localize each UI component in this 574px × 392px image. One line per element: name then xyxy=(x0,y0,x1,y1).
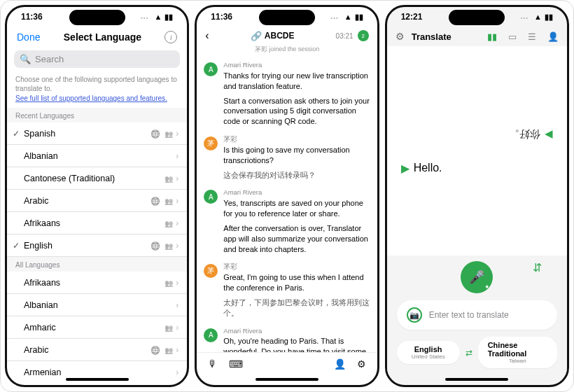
language-name: English xyxy=(24,241,52,251)
search-icon: 🔍 xyxy=(20,54,31,64)
local-text: Hello. xyxy=(414,162,442,174)
sender-name: 茅彩 xyxy=(223,135,370,144)
message-translation: 这会保存我的对话转录吗？ xyxy=(223,170,370,181)
language-feature-icons xyxy=(150,345,173,355)
add-participant-button[interactable]: 👤 xyxy=(334,358,346,370)
sender-name: Amari Rivera xyxy=(223,327,370,336)
chevron-right-icon: › xyxy=(176,344,178,355)
language-row[interactable]: Albanian› xyxy=(7,294,187,316)
wifi-icon: ▲ xyxy=(344,13,352,21)
status-time: 12:21 xyxy=(401,12,423,22)
local-translation-row: ▶ Hello. xyxy=(401,162,553,175)
conversation-code: ABCDE xyxy=(265,31,295,41)
settings-button[interactable]: ⚙︎ xyxy=(357,358,366,370)
chat-message: 茅茅彩Is this going to save my conversation… xyxy=(204,135,370,184)
language-feature-icons xyxy=(164,323,173,332)
help-text: Choose one of the following supported la… xyxy=(7,71,187,94)
chevron-right-icon: › xyxy=(176,240,178,251)
target-language-sub: Taiwan xyxy=(509,358,526,364)
status-time: 11:36 xyxy=(21,12,43,22)
link-icon: 🔗 xyxy=(251,31,262,41)
chevron-right-icon: › xyxy=(176,367,178,375)
language-name: Armenian xyxy=(24,368,62,376)
language-row[interactable]: Arabic› xyxy=(7,190,187,212)
nav-header: Done Select Language i xyxy=(7,27,187,48)
language-row[interactable]: Afrikaans› xyxy=(7,212,187,234)
chat-transcript[interactable]: AAmari RiveraThanks for trying our new l… xyxy=(197,57,377,352)
language-row[interactable]: Albanian› xyxy=(7,145,187,167)
conversation-icon xyxy=(164,345,173,355)
swap-panels-button[interactable]: ⇵ xyxy=(533,261,542,274)
home-indicator xyxy=(66,378,129,381)
language-feature-icons xyxy=(164,174,173,183)
view-single-button[interactable]: ▭ xyxy=(508,31,517,42)
battery-icon: ▮▮ xyxy=(355,13,363,22)
mute-button[interactable]: 🎙︎ xyxy=(208,358,218,370)
chevron-right-icon: › xyxy=(176,128,178,139)
chevron-right-icon: › xyxy=(176,218,178,228)
conversation-icon xyxy=(164,129,173,139)
message-text: Thanks for trying our new live transcrip… xyxy=(223,71,370,92)
wifi-icon: ▲ xyxy=(534,13,542,21)
chevron-right-icon: › xyxy=(176,277,178,288)
language-name: Arabic xyxy=(24,345,48,355)
home-indicator xyxy=(255,378,318,381)
info-button[interactable]: i xyxy=(164,31,177,43)
notch xyxy=(259,10,315,25)
camera-button[interactable]: 📷 xyxy=(407,307,422,323)
view-list-button[interactable]: ☰ xyxy=(528,31,536,42)
language-row[interactable]: Spanish› xyxy=(7,122,187,145)
language-pair-row: English United States ⇄ Chinese Traditio… xyxy=(397,337,557,368)
join-notice: 茅彩 joined the session xyxy=(197,45,377,57)
done-button[interactable]: Done xyxy=(17,31,40,43)
language-row[interactable]: English› xyxy=(7,234,187,257)
language-row[interactable]: Armenian› xyxy=(7,361,187,375)
sender-name: 茅彩 xyxy=(223,262,370,272)
mic-button[interactable]: 🎤✦ xyxy=(461,261,493,293)
cellular-icon xyxy=(141,13,151,21)
phone-translate: 12:21 ▲ ▮▮ ⚙︎ Translate ▮▮ ▭ ☰ 👤 你好。 ◀ ▶… xyxy=(385,5,569,387)
page-title: Select Language xyxy=(64,31,141,43)
avatar: A xyxy=(204,190,218,204)
battery-icon: ▮▮ xyxy=(545,13,553,22)
language-feature-icons xyxy=(150,129,173,139)
conversation-icon xyxy=(164,278,173,288)
settings-button[interactable]: ⚙︎ xyxy=(396,31,405,42)
chevron-right-icon: › xyxy=(176,322,178,332)
search-input[interactable]: 🔍 Search xyxy=(14,50,180,68)
sender-name: Amari Rivera xyxy=(223,61,370,70)
language-row[interactable]: Afrikaans› xyxy=(7,272,187,294)
view-split-button[interactable]: ▮▮ xyxy=(487,31,497,42)
translate-header: ⚙︎ Translate ▮▮ ▭ ☰ 👤 xyxy=(387,27,567,46)
play-remote-button[interactable]: ◀ xyxy=(545,127,553,140)
conversation-header: ‹ 🔗 ABCDE 03:21 2 xyxy=(197,27,377,45)
chevron-right-icon: › xyxy=(176,150,178,161)
remote-text: 你好。 xyxy=(509,127,540,141)
text-input[interactable]: 📷 Enter text to translate xyxy=(397,300,557,330)
language-row[interactable]: Arabic› xyxy=(7,339,187,361)
language-feature-icons xyxy=(150,241,173,251)
notch xyxy=(449,10,505,25)
phone-language-picker: 11:36 ▲ ▮▮ Done Select Language i 🔍 Sear… xyxy=(5,5,189,387)
view-conversation-button[interactable]: 👤 xyxy=(547,31,559,42)
source-language-name: English xyxy=(414,345,442,354)
supported-languages-link[interactable]: See full list of supported languages and… xyxy=(7,94,187,108)
translate-bottom-bar: 🎤✦ ⇵ 📷 Enter text to translate English U… xyxy=(387,255,567,375)
participants-badge[interactable]: 2 xyxy=(358,30,369,41)
chat-message: AAmari RiveraYes, transcripts are saved … xyxy=(204,188,370,258)
avatar: A xyxy=(204,62,218,76)
language-name: Cantonese (Traditional) xyxy=(24,174,115,183)
translation-canvas: 你好。 ◀ ▶ Hello. xyxy=(387,46,567,255)
swap-languages-button[interactable]: ⇄ xyxy=(465,348,472,358)
language-row[interactable]: Amharic› xyxy=(7,316,187,339)
target-language-name: Chinese Traditional xyxy=(488,341,547,358)
play-local-button[interactable]: ▶ xyxy=(401,162,410,175)
language-row[interactable]: Cantonese (Traditional)› xyxy=(7,167,187,190)
sparkle-icon: ✦ xyxy=(484,284,490,290)
source-language-chip[interactable]: English United States xyxy=(397,341,460,364)
target-language-chip[interactable]: Chinese Traditional Taiwan xyxy=(478,337,557,368)
back-button[interactable]: ‹ xyxy=(205,29,209,42)
message-translation: 太好了，下周参加巴黎会议时，我将用到这个。 xyxy=(223,298,370,318)
conversation-toolbar: 🎙︎ ⌨︎ 👤 ⚙︎ xyxy=(197,352,377,375)
keyboard-button[interactable]: ⌨︎ xyxy=(229,358,243,370)
